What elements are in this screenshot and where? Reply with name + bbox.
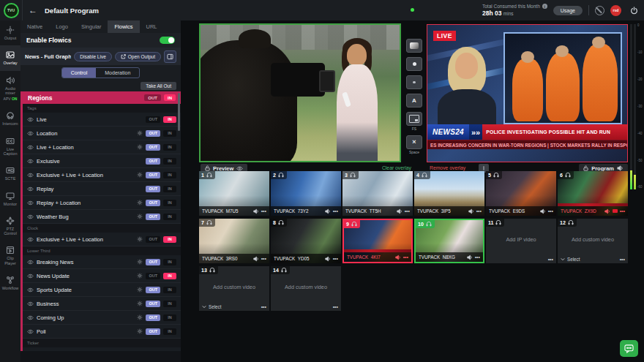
headphone-icon[interactable] (351, 221, 357, 227)
region-in-toggle[interactable]: IN (163, 259, 176, 265)
rail-item-workflow[interactable]: Workflow (0, 271, 20, 295)
remove-overlay-button[interactable]: Remove overlay (430, 165, 465, 170)
tile-menu-button[interactable]: ••• (548, 210, 553, 213)
headphone-icon[interactable] (278, 172, 284, 178)
rail-item-clip-player[interactable]: Clip Player (0, 241, 20, 271)
region-out-toggle[interactable]: OUT (146, 287, 160, 293)
headphone-icon[interactable] (281, 267, 287, 273)
regions-scrollbar[interactable] (178, 93, 180, 131)
speaker-icon[interactable] (325, 256, 331, 262)
gear-icon[interactable] (137, 328, 143, 334)
region-in-toggle[interactable]: IN (163, 116, 176, 123)
headphone-icon[interactable] (350, 172, 356, 178)
select-source-button[interactable]: Select (567, 257, 580, 262)
source-tile-2[interactable]: 2TVUPACK_73Y2••• (271, 171, 341, 216)
rail-item-audio-mixer[interactable]: Audio mixerAPV ON (0, 71, 20, 107)
preview-monitor[interactable] (199, 23, 401, 162)
tile-menu-button[interactable]: ••• (261, 257, 266, 260)
source-tile-13[interactable]: 13Add custom videoSelect••• (199, 266, 269, 311)
headphone-icon[interactable] (209, 267, 215, 273)
speaker-icon[interactable] (325, 208, 331, 214)
speaker-icon[interactable] (397, 208, 402, 214)
tile-menu-button[interactable]: ••• (333, 210, 338, 213)
avatar[interactable]: rsd (610, 5, 621, 16)
gear-icon[interactable] (137, 301, 143, 306)
gear-icon[interactable] (137, 287, 143, 293)
region-in-toggle[interactable]: IN (163, 287, 176, 293)
region-in-toggle[interactable]: IN (163, 236, 176, 243)
gear-icon[interactable] (137, 273, 143, 279)
tab-url[interactable]: URL (140, 20, 164, 33)
fullscreen-button[interactable] (406, 112, 422, 126)
region-out-toggle[interactable]: OUT (146, 116, 160, 123)
region-in-toggle[interactable]: IN (163, 314, 176, 321)
source-tile-3[interactable]: 3TVUPACK_TT5H••• (342, 171, 413, 216)
info-icon[interactable]: i (542, 4, 547, 9)
gear-icon[interactable] (137, 172, 143, 178)
region-in-toggle[interactable]: IN (163, 158, 176, 165)
source-tile-9[interactable]: 9TVUPACK_4KI7••• (342, 219, 413, 263)
region-out-toggle[interactable]: OUT (146, 328, 160, 335)
region-row-replay[interactable]: ReplayOUTIN (23, 182, 181, 196)
take-all-out-button[interactable]: Take All Out (141, 82, 176, 90)
rail-item-intercom[interactable]: Intercom (0, 106, 20, 131)
rail-item-monitor[interactable]: Monitor (0, 186, 20, 211)
region-row-replay-location[interactable]: Replay + LocationOUTIN (23, 196, 181, 210)
region-row-weather-bug[interactable]: Weather BugOUTIN (23, 210, 181, 224)
region-out-toggle[interactable]: OUT (146, 130, 160, 137)
region-in-toggle[interactable]: IN (163, 186, 176, 192)
region-out-toggle[interactable]: OUT (146, 273, 160, 279)
gear-icon[interactable] (137, 214, 143, 219)
dissolve-transition-button[interactable] (406, 75, 422, 89)
auto-transition-button[interactable]: A (406, 94, 422, 108)
fade-transition-button[interactable] (406, 39, 422, 53)
gear-icon[interactable] (137, 200, 143, 205)
region-row-news-update[interactable]: News UpdateOUTIN (23, 269, 181, 283)
eye-icon[interactable] (236, 166, 243, 171)
region-out-toggle[interactable]: OUT (146, 172, 160, 178)
gear-icon[interactable] (137, 236, 143, 242)
source-tile-5[interactable]: 5TVUPACK_E9DS••• (486, 171, 556, 216)
region-out-toggle[interactable]: OUT (146, 158, 160, 165)
region-row-exclusive[interactable]: ExclusiveOUTIN (23, 154, 181, 168)
region-out-toggle[interactable]: OUT (146, 214, 160, 220)
source-tile-6[interactable]: 6TVUPACK_ZX9D••• (558, 171, 628, 216)
region-row-live-location[interactable]: Live + LocationOUTIN (23, 140, 181, 154)
region-out-toggle[interactable]: OUT (146, 236, 160, 243)
headphone-icon[interactable] (565, 172, 571, 178)
region-row-live[interactable]: LiveOUTIN (23, 113, 181, 127)
region-row-breaking-news[interactable]: Breaking NewsOUTIN (23, 255, 181, 269)
speaker-icon[interactable] (604, 208, 610, 214)
source-tile-11[interactable]: 11Add IP video••• (486, 219, 556, 263)
tile-menu-button[interactable]: ••• (405, 210, 410, 213)
region-row-breaking-news[interactable]: Breaking NewsOUTIN (23, 347, 181, 351)
rail-item-scte[interactable]: SCTE (0, 161, 20, 186)
region-out-toggle[interactable]: OUT (146, 301, 160, 307)
region-row-location[interactable]: LocationOUTIN (23, 127, 181, 140)
source-tile-1[interactable]: 1TVUPACK_M7U5••• (199, 171, 269, 216)
region-in-toggle[interactable]: IN (163, 328, 176, 335)
tab-logo[interactable]: Logo (49, 20, 75, 33)
region-row-poll[interactable]: PollOUTIN (23, 325, 181, 339)
region-in-toggle[interactable]: IN (163, 301, 176, 307)
panel-layout-button[interactable] (164, 50, 176, 63)
rail-item-output[interactable]: Output (0, 20, 20, 45)
source-tile-12[interactable]: 12Add custom videoSelect••• (558, 219, 628, 263)
tile-menu-button[interactable]: ••• (476, 210, 482, 213)
gear-icon[interactable] (137, 259, 143, 265)
rail-item-ptz-control[interactable]: PTZ Control (0, 211, 20, 241)
power-icon[interactable] (630, 7, 638, 15)
speaker-icon[interactable] (467, 254, 473, 260)
source-tile-8[interactable]: 8TVUPACK_YD05••• (271, 219, 341, 263)
usage-button[interactable]: Usage (553, 6, 583, 15)
tile-menu-button[interactable]: ••• (403, 256, 408, 259)
tile-menu-button[interactable]: ••• (620, 257, 625, 262)
rail-item-overlay[interactable]: Overlay (0, 45, 20, 70)
speaker-icon[interactable] (468, 208, 474, 214)
region-row-business[interactable]: BusinessOUTIN (23, 297, 181, 311)
region-out-toggle[interactable]: OUT (146, 200, 160, 206)
gear-icon[interactable] (137, 314, 143, 320)
speaker-icon[interactable] (253, 208, 259, 214)
rail-item-live-caption[interactable]: Live Caption (0, 132, 20, 162)
back-arrow-icon[interactable]: ← (29, 5, 37, 15)
